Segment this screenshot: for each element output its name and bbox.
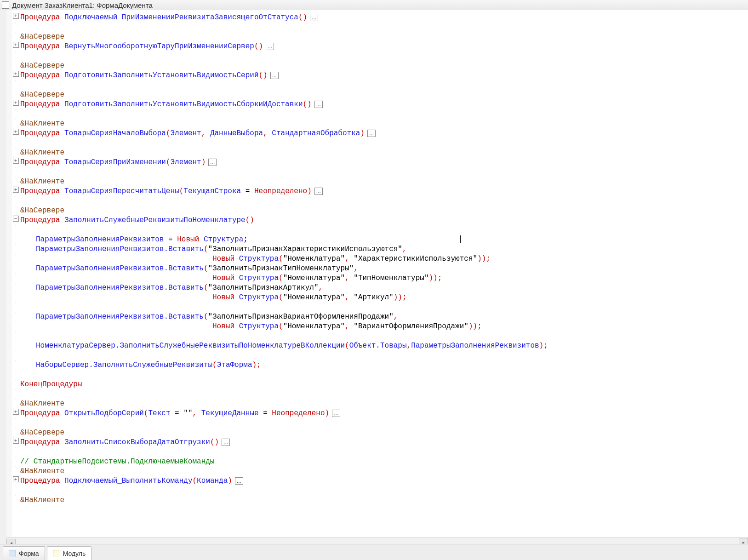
collapsed-ellipsis[interactable]: ... [314,101,323,108]
fold-toggle[interactable]: + [13,71,19,77]
proc-name: ЗаполнитьСлужебныеРеквизитыПоНоменклатур… [64,216,246,224]
fold-toggle[interactable]: − [13,216,19,222]
proc-name: ЗаполнитьСписокВыбораДатаОтгрузки [64,438,210,446]
proc-name: ПодготовитьЗаполнитьУстановитьВидимостьС… [64,100,303,109]
collapsed-ellipsis[interactable]: ... [270,72,279,79]
window-title-bar: Документ ЗаказКлиента1: ФормаДокумента [0,0,748,11]
proc-name: ТоварыСерияПриИзменении [64,158,166,166]
fold-toggle[interactable]: + [13,42,19,48]
collapsed-ellipsis[interactable]: ... [222,439,230,446]
fold-toggle[interactable]: + [13,13,19,19]
fold-toggle[interactable]: + [13,476,19,482]
proc-name: Подключаемый_ВыполнитьКоманду [64,477,192,485]
proc-name: ОткрытьПодборСерий [64,409,144,417]
module-icon [53,550,60,557]
proc-name: Подключаемый_ПриИзмененииРеквизитаЗавися… [64,13,298,22]
document-icon [2,1,9,9]
tab-module-label: Модуль [63,550,86,557]
fold-toggle[interactable]: + [13,187,19,193]
proc-name: ПодготовитьЗаполнитьУстановитьВидимостьС… [64,71,258,80]
keyword-procedure: Процедура [20,13,60,22]
fold-toggle[interactable]: + [13,409,19,415]
fold-toggle[interactable]: + [13,129,19,135]
collapsed-ellipsis[interactable]: ... [235,477,243,485]
window-title: Документ ЗаказКлиента1: ФормаДокумента [12,1,153,9]
proc-name: ТоварыСерияПересчитатьЦены [64,187,179,195]
tab-module[interactable]: Модуль [47,546,92,560]
marker-gutter [0,10,7,546]
collapsed-ellipsis[interactable]: ... [208,159,217,166]
fold-toggle[interactable]: + [13,158,19,164]
tab-form-label: Форма [19,550,39,557]
collapsed-ellipsis[interactable]: ... [266,43,274,50]
collapsed-ellipsis[interactable]: ... [314,188,323,195]
fold-toggle[interactable]: + [13,100,19,106]
directive-atserver: &НаСервере [20,33,64,41]
proc-name: ВернутьМногооборотнуюТаруПриИзмененииСер… [64,42,254,51]
tab-form[interactable]: Форма [3,546,45,560]
text-cursor [460,235,461,243]
form-icon [9,550,16,557]
bottom-tab-bar: Форма Модуль [0,544,748,560]
fold-toggle[interactable]: + [13,438,19,444]
proc-name: ТоварыСерияНачалоВыбора [64,129,166,137]
directive-atclient: &НаКлиенте [20,120,64,128]
code-editor[interactable]: +Процедура Подключаемый_ПриИзмененииРекв… [12,10,748,546]
collapsed-ellipsis[interactable]: ... [367,130,376,137]
collapsed-ellipsis[interactable]: ... [310,14,318,21]
keyword-endprocedure: КонецПроцедуры [20,380,82,389]
comment: // СтандартныеПодсистемы.ПодключаемыеКом… [20,457,214,466]
collapsed-ellipsis[interactable]: ... [332,410,340,417]
